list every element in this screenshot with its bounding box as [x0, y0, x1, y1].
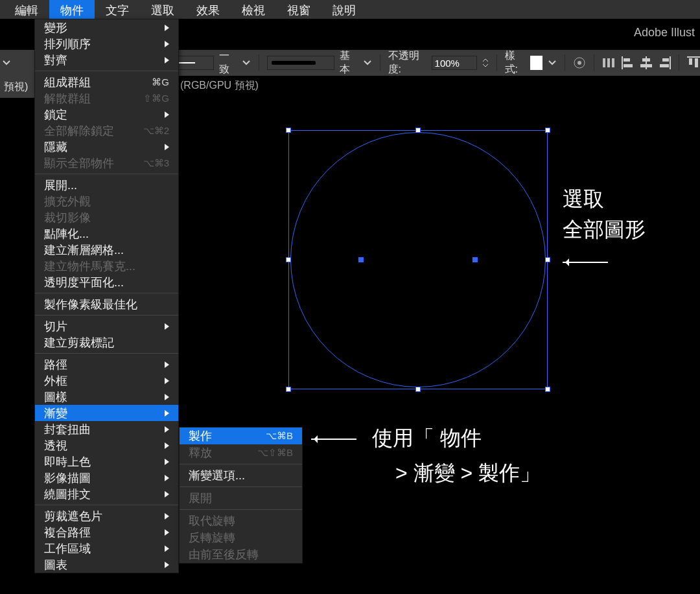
menu-item-label: 展開...	[44, 177, 77, 193]
menu-item[interactable]: 透明度平面化...	[35, 274, 178, 290]
menu-item-label: 鎖定	[44, 107, 67, 122]
menu-item[interactable]: 外框	[35, 372, 178, 389]
menu-item-label: 變形	[44, 20, 67, 36]
svg-rect-5	[622, 56, 623, 69]
svg-rect-6	[624, 58, 630, 62]
ellipse-path[interactable]	[290, 132, 546, 387]
menu-separator	[180, 486, 302, 487]
recolor-artwork-icon[interactable]	[573, 56, 586, 70]
center-handle[interactable]	[472, 257, 478, 262]
handle-e[interactable]	[545, 257, 550, 262]
menubar-item[interactable]: 檢視	[231, 0, 276, 19]
menu-item[interactable]: 複合路徑	[35, 524, 178, 540]
menu-item[interactable]: 路徑	[35, 356, 178, 372]
submenu-arrow-icon	[165, 394, 169, 400]
menubar-item[interactable]: 編輯	[4, 0, 49, 19]
align-hcenter-icon[interactable]	[640, 56, 653, 69]
menu-item[interactable]: 點陣化...	[35, 225, 178, 242]
center-handle[interactable]	[358, 257, 364, 262]
align-right-icon[interactable]	[658, 56, 671, 69]
svg-rect-9	[642, 58, 650, 62]
menu-item[interactable]: 建立漸層網格...	[35, 242, 178, 258]
menu-item-label: 反轉旋轉	[189, 530, 235, 545]
canvas-selection[interactable]	[288, 130, 548, 389]
handle-se[interactable]	[545, 387, 550, 392]
annotation-text: 使用「 物件	[372, 424, 482, 452]
menu-item-label: 全部解除鎖定	[44, 123, 114, 139]
menu-shortcut: ⌘G	[152, 76, 169, 88]
menu-item[interactable]: 繞圖排文	[35, 486, 178, 502]
menu-item-label: 透視	[44, 438, 67, 453]
menu-item-label: 漸變選項...	[189, 468, 245, 483]
menubar-item[interactable]: 物件	[49, 0, 95, 19]
menu-item[interactable]: 對齊	[35, 52, 178, 68]
menu-item[interactable]: 透視	[35, 437, 178, 453]
menubar: 編輯物件文字選取效果檢視視窗說明	[0, 0, 700, 19]
svg-rect-7	[624, 64, 633, 67]
menu-item[interactable]: 建立剪裁標記	[35, 334, 178, 350]
menu-item[interactable]: 鎖定	[35, 106, 178, 122]
handle-w[interactable]	[286, 257, 291, 262]
brush-dropdown[interactable]	[267, 56, 334, 70]
menu-item[interactable]: 隱藏	[35, 139, 178, 155]
document-tab-right[interactable]: (RGB/GPU 預視)	[180, 79, 259, 93]
handle-nw[interactable]	[286, 128, 291, 133]
submenu-item[interactable]: 漸變選項...	[180, 467, 302, 484]
menu-item[interactable]: 變形	[35, 19, 178, 36]
active-tab-left[interactable]: 預視)	[4, 80, 28, 94]
menu-item-label: 透明度平面化...	[44, 275, 124, 290]
svg-rect-16	[695, 58, 698, 67]
menubar-item[interactable]: 選取	[140, 0, 185, 19]
chevron-down-icon[interactable]	[548, 58, 557, 67]
menu-item[interactable]: 封套扭曲	[35, 421, 178, 437]
menu-item[interactable]: 工作區域	[35, 540, 178, 556]
menu-item-label: 解散群組	[44, 91, 91, 106]
menu-item-label: 隱藏	[44, 139, 67, 155]
opacity-stepper[interactable]	[482, 57, 489, 69]
menu-item[interactable]: 組成群組⌘G	[35, 74, 178, 90]
menubar-item[interactable]: 文字	[95, 0, 140, 19]
menu-item[interactable]: 即時上色	[35, 453, 178, 470]
menu-item-label: 釋放	[189, 445, 212, 461]
brush-label: 基本	[340, 49, 358, 76]
menu-item[interactable]: 排列順序	[35, 36, 178, 52]
menu-item[interactable]: 圖表	[35, 556, 178, 573]
menu-item[interactable]: 影像描圖	[35, 470, 178, 486]
style-swatch[interactable]	[530, 56, 542, 70]
svg-rect-10	[640, 64, 652, 67]
menu-item-label: 漸變	[44, 406, 67, 421]
menu-item[interactable]: 圖樣	[35, 389, 178, 405]
menu-item[interactable]: 展開...	[35, 177, 178, 193]
handle-s[interactable]	[415, 387, 421, 392]
align-left-icon[interactable]	[622, 56, 635, 69]
submenu-item[interactable]: 製作⌥⌘B	[180, 428, 302, 444]
submenu-arrow-icon	[165, 41, 169, 47]
opacity-input[interactable]	[432, 56, 477, 70]
object-menu: 變形排列順序對齊組成群組⌘G解散群組⇧⌘G鎖定全部解除鎖定⌥⌘2隱藏顯示全部物件…	[34, 19, 179, 573]
color-swatch-dropdown[interactable]	[0, 56, 13, 69]
handle-sw[interactable]	[286, 387, 291, 392]
menubar-item[interactable]: 效果	[185, 0, 231, 19]
menu-item-label: 複合路徑	[44, 525, 91, 540]
menubar-item[interactable]: 視窗	[276, 0, 321, 19]
submenu-arrow-icon	[165, 426, 169, 433]
menu-item: 顯示全部物件⌥⌘3	[35, 155, 178, 171]
svg-rect-12	[662, 58, 669, 62]
annotation-text: 全部圖形	[563, 215, 646, 244]
menu-item[interactable]: 漸變	[35, 405, 178, 421]
chevron-down-icon[interactable]	[242, 58, 251, 67]
menu-item[interactable]: 切片	[35, 318, 178, 334]
menu-item-label: 由前至後反轉	[189, 547, 259, 562]
menu-item[interactable]: 製作像素級最佳化	[35, 296, 178, 312]
chevron-down-icon[interactable]	[363, 58, 372, 67]
menu-item[interactable]: 剪裁遮色片	[35, 508, 178, 524]
submenu-arrow-icon	[165, 361, 169, 368]
align-panel-icon[interactable]	[602, 56, 616, 70]
handle-n[interactable]	[415, 128, 421, 133]
handle-ne[interactable]	[545, 128, 550, 133]
align-top-icon[interactable]	[687, 56, 700, 69]
menubar-item[interactable]: 說明	[321, 0, 367, 19]
svg-rect-4	[612, 58, 614, 67]
menu-item-label: 擴充外觀	[44, 194, 91, 209]
brand-label: Adobe Illust	[634, 26, 695, 40]
